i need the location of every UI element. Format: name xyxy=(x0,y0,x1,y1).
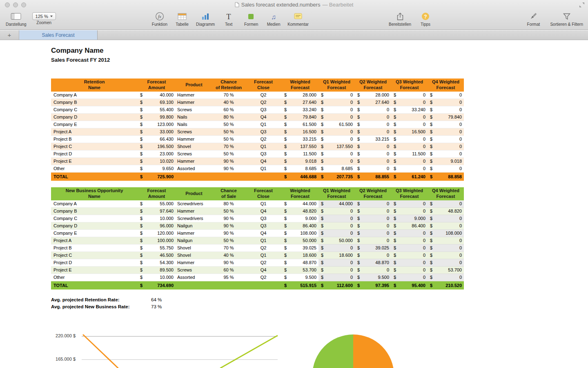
pie-chart[interactable] xyxy=(312,334,394,368)
cell-chance[interactable]: 60 % xyxy=(212,267,245,274)
cell-amount[interactable]: $54.300 xyxy=(138,259,176,267)
cell-q2[interactable]: $0 xyxy=(355,200,391,208)
cell-weighted[interactable]: $79.840 xyxy=(282,114,318,121)
cell-q3[interactable]: $0 xyxy=(391,200,428,208)
cell-q2[interactable]: $0 xyxy=(355,121,391,128)
sheet-canvas[interactable]: Company Name Sales Forecast FY 2012 Rete… xyxy=(0,40,588,368)
cell-weighted[interactable]: $137.550 xyxy=(282,143,318,150)
cell-name[interactable]: Company D xyxy=(51,222,138,230)
cell-q4[interactable]: $0 xyxy=(428,274,464,281)
cell-name[interactable]: Project A xyxy=(51,237,138,245)
cell-name[interactable]: Company D xyxy=(51,114,138,121)
cell-name[interactable]: Company E xyxy=(51,230,138,237)
cell-q1[interactable]: $0 xyxy=(318,99,355,106)
total-q2[interactable]: $97.395 xyxy=(355,281,391,290)
total-q4[interactable]: $210.520 xyxy=(428,281,464,290)
cell-q4[interactable]: $79.840 xyxy=(428,114,464,121)
cell-weighted[interactable]: $48.870 xyxy=(282,259,318,267)
cell-weighted[interactable]: $28.000 xyxy=(282,92,318,99)
text-button[interactable]: T Text xyxy=(220,11,237,27)
cell-amount[interactable]: $196.500 xyxy=(138,143,176,150)
cell-close[interactable]: Q1 xyxy=(245,237,282,245)
cell-q4[interactable]: $108.000 xyxy=(428,230,464,237)
cell-product[interactable]: Shovel xyxy=(176,143,212,150)
cell-product[interactable]: Hammer xyxy=(176,259,212,267)
cell-close[interactable]: Q3 xyxy=(245,106,282,114)
cell-weighted[interactable]: $86.400 xyxy=(282,222,318,230)
total-amount[interactable]: $734.690 xyxy=(138,281,176,290)
cell-chance[interactable]: 70 % xyxy=(212,92,245,99)
cell-weighted[interactable]: $27.640 xyxy=(282,99,318,106)
cell-weighted[interactable]: $16.500 xyxy=(282,128,318,136)
total-q4[interactable]: $88.858 xyxy=(428,173,464,181)
cell-product[interactable]: Hammer xyxy=(176,99,212,106)
cell-q3[interactable]: $9.000 xyxy=(391,215,428,222)
cell-product[interactable]: Nailgun xyxy=(176,237,212,245)
cell-chance[interactable]: 80 % xyxy=(212,114,245,121)
cell-chance[interactable]: 90 % xyxy=(212,165,245,173)
cell-amount[interactable]: $23.000 xyxy=(138,150,176,158)
cell-q2[interactable]: $0 xyxy=(355,237,391,245)
add-sheet-button[interactable]: + xyxy=(0,30,19,40)
cell-close[interactable]: Q2 xyxy=(245,92,282,99)
cell-q2[interactable]: $0 xyxy=(355,158,391,165)
cell-close[interactable]: Q2 xyxy=(245,259,282,267)
cell-q1[interactable]: $8.685 xyxy=(318,165,355,173)
cell-close[interactable]: Q4 xyxy=(245,230,282,237)
cell-chance[interactable]: 95 % xyxy=(212,274,245,281)
column-header[interactable]: Q2 Weighted Forecast xyxy=(355,187,391,200)
column-header[interactable]: Q2 Weighted Forecast xyxy=(355,79,391,92)
cell-q2[interactable]: $0 xyxy=(355,114,391,121)
cell-weighted[interactable]: $44.000 xyxy=(282,200,318,208)
cell-q3[interactable]: $0 xyxy=(391,230,428,237)
cell-amount[interactable]: $10.000 xyxy=(138,274,176,281)
cell-q3[interactable]: $0 xyxy=(391,165,428,173)
cell-close[interactable]: Q2 xyxy=(245,274,282,281)
cell-close[interactable]: Q2 xyxy=(245,136,282,143)
cell-q1[interactable]: $44.000 xyxy=(318,200,355,208)
column-header[interactable]: Weighted Forecast xyxy=(282,187,318,200)
cell-q3[interactable]: $0 xyxy=(391,114,428,121)
cell-weighted[interactable]: $48.820 xyxy=(282,208,318,215)
cell-chance[interactable]: 90 % xyxy=(212,259,245,267)
cell-name[interactable]: Project B xyxy=(51,136,138,143)
total-q1[interactable]: $207.735 xyxy=(318,173,355,181)
cell-q4[interactable]: $0 xyxy=(428,121,464,128)
cell-q1[interactable]: $50.000 xyxy=(318,237,355,245)
cell-q1[interactable]: $0 xyxy=(318,222,355,230)
cell-q2[interactable]: $0 xyxy=(355,222,391,230)
cell-name[interactable]: Project B xyxy=(51,245,138,252)
cell-q1[interactable]: $137.550 xyxy=(318,143,355,150)
cell-close[interactable]: Q3 xyxy=(245,128,282,136)
cell-weighted[interactable]: $39.025 xyxy=(282,245,318,252)
total-close[interactable] xyxy=(245,281,282,290)
comment-button[interactable]: Kommentar xyxy=(287,11,309,27)
cell-product[interactable]: Hammer xyxy=(176,208,212,215)
cell-product[interactable]: Hammer xyxy=(176,230,212,237)
cell-name[interactable]: Project E xyxy=(51,158,138,165)
cell-amount[interactable]: $9.650 xyxy=(138,165,176,173)
total-chance[interactable] xyxy=(212,173,245,181)
cell-weighted[interactable]: $33.215 xyxy=(282,136,318,143)
cell-close[interactable]: Q3 xyxy=(245,222,282,230)
cell-chance[interactable]: 50 % xyxy=(212,121,245,128)
stat-value[interactable]: 64 % xyxy=(151,297,162,302)
cell-close[interactable]: Q1 xyxy=(245,143,282,150)
cell-q2[interactable]: $28.000 xyxy=(355,92,391,99)
cell-product[interactable]: Shovel xyxy=(176,252,212,259)
cell-q4[interactable]: $0 xyxy=(428,99,464,106)
cell-amount[interactable]: $66.430 xyxy=(138,136,176,143)
cell-amount[interactable]: $10.020 xyxy=(138,158,176,165)
total-product[interactable] xyxy=(176,173,212,181)
cell-product[interactable]: Assorted xyxy=(176,274,212,281)
share-button[interactable]: Bereitstellen xyxy=(389,11,411,27)
cell-weighted[interactable]: $53.700 xyxy=(282,267,318,274)
cell-q2[interactable]: $0 xyxy=(355,208,391,215)
company-name-heading[interactable]: Company Name xyxy=(51,47,103,55)
cell-product[interactable]: Screwdrivers xyxy=(176,200,212,208)
cell-q3[interactable]: $0 xyxy=(391,99,428,106)
cell-q1[interactable]: $0 xyxy=(318,106,355,114)
cell-close[interactable]: Q1 xyxy=(245,165,282,173)
cell-q3[interactable]: $0 xyxy=(391,121,428,128)
column-header[interactable]: Q3 Weighted Forecast xyxy=(391,187,428,200)
